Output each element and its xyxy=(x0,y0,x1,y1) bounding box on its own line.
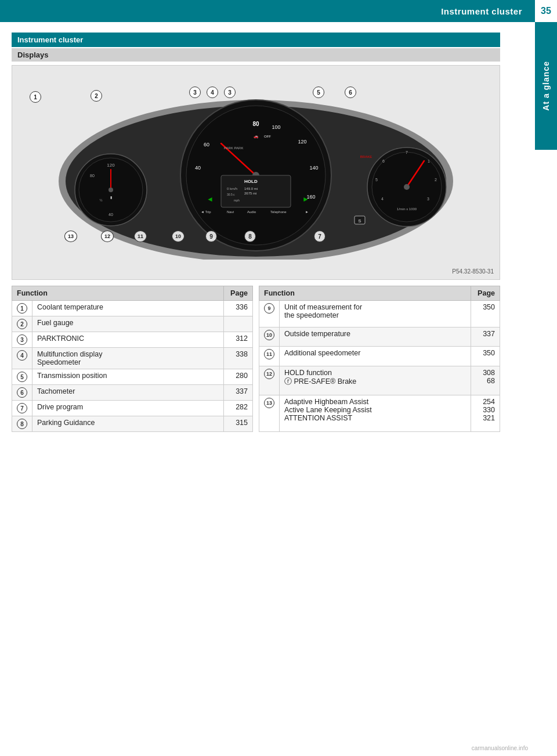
table-row: 4Multifunction displaySpeedometer338 xyxy=(12,348,253,369)
svg-text:2675 mi: 2675 mi xyxy=(244,192,256,195)
svg-text:½: ½ xyxy=(99,199,102,202)
svg-text:40: 40 xyxy=(108,213,113,217)
row-page: 337 xyxy=(224,385,253,401)
table-row: 8Parking Guidance315 xyxy=(12,416,253,432)
table-row: 13Adaptive Highbeam AssistActive Lane Ke… xyxy=(259,395,500,431)
row-page: 337 xyxy=(471,327,500,347)
svg-text:1: 1 xyxy=(428,159,430,163)
watermark: carmanualsonline.info xyxy=(472,745,528,751)
svg-text:Audio: Audio xyxy=(247,210,256,214)
svg-text:30.5 c: 30.5 c xyxy=(227,193,235,196)
row-function: Coolant temperature xyxy=(32,301,224,316)
svg-text:◄: ◄ xyxy=(207,195,214,203)
svg-text:140: 140 xyxy=(309,165,318,171)
svg-text:80: 80 xyxy=(90,174,95,178)
row-function: PARKTRONIC xyxy=(32,332,224,348)
side-tab: At a glance xyxy=(535,22,557,150)
svg-text:4: 4 xyxy=(381,197,384,201)
table-row: 6Tachometer337 xyxy=(12,385,253,401)
svg-text:7: 7 xyxy=(406,150,408,154)
row-page: 282 xyxy=(224,401,253,416)
svg-text:3: 3 xyxy=(427,197,429,201)
callout-12: 12 xyxy=(101,231,114,242)
table-row: 7Drive program282 xyxy=(12,401,253,416)
svg-text:HOLD: HOLD xyxy=(244,179,258,184)
row-function: HOLD functionⓡ PRE-SAFE® Brake xyxy=(280,366,471,395)
side-tab-label: At a glance xyxy=(541,61,551,111)
right-table-page-header: Page xyxy=(471,286,500,301)
row-number: 10 xyxy=(259,327,280,347)
callout-8: 8 xyxy=(244,231,256,242)
table-row: 9Unit of measurement forthe speedometer3… xyxy=(259,301,500,327)
svg-text:OFF: OFF xyxy=(264,135,271,138)
row-function: Transmission position xyxy=(32,369,224,385)
main-content: Instrument cluster Displays 120 80 40 ½ xyxy=(0,22,535,444)
row-function: Parking Guidance xyxy=(32,416,224,432)
table-row: 3PARKTRONIC312 xyxy=(12,332,253,348)
row-page: 280 xyxy=(224,369,253,385)
svg-text:2: 2 xyxy=(435,178,437,182)
svg-text:5: 5 xyxy=(375,178,378,182)
top-header-bar: Instrument cluster 35 xyxy=(0,0,557,22)
table-row: 12HOLD functionⓡ PRE-SAFE® Brake30868 xyxy=(259,366,500,395)
svg-text:PARK PARK: PARK PARK xyxy=(224,146,243,150)
svg-text:6: 6 xyxy=(382,159,385,163)
svg-text:▮: ▮ xyxy=(110,196,112,199)
row-page: 350 xyxy=(471,301,500,327)
svg-text:Telephone: Telephone xyxy=(270,210,287,214)
svg-text:120: 120 xyxy=(107,163,115,168)
svg-point-9 xyxy=(108,188,113,192)
svg-text:Navi: Navi xyxy=(227,210,234,214)
svg-point-52 xyxy=(404,184,410,190)
row-number: 6 xyxy=(12,385,32,401)
svg-text:🚗: 🚗 xyxy=(254,134,259,139)
svg-text:120: 120 xyxy=(298,139,306,145)
svg-text:►: ► xyxy=(305,210,309,214)
row-page: 338 xyxy=(224,348,253,369)
row-page: 30868 xyxy=(471,366,500,395)
row-number: 11 xyxy=(259,347,280,366)
svg-text:BRAKE: BRAKE xyxy=(360,155,372,159)
callout-11: 11 xyxy=(134,231,147,242)
svg-text:149.0 mi: 149.0 mi xyxy=(244,187,258,190)
subsection-header: Displays xyxy=(12,48,500,62)
row-function: Tachometer xyxy=(32,385,224,401)
row-page: 254330321 xyxy=(471,395,500,431)
row-number: 3 xyxy=(12,332,32,348)
row-page: 315 xyxy=(224,416,253,432)
diagram-container: 120 80 40 ½ ▮ 40 60 80 100 120 140 xyxy=(12,65,500,280)
row-number: 2 xyxy=(12,316,32,332)
svg-text:80: 80 xyxy=(252,121,259,127)
row-function: Additional speedometer xyxy=(280,347,471,366)
row-number: 1 xyxy=(12,301,32,316)
right-table-function-header: Function xyxy=(259,286,471,301)
svg-text:100: 100 xyxy=(272,124,280,130)
callout-10: 10 xyxy=(172,231,185,242)
row-number: 13 xyxy=(259,395,280,431)
row-function: Unit of measurement forthe speedometer xyxy=(280,301,471,327)
callout-7: 7 xyxy=(314,231,325,242)
row-page: 350 xyxy=(471,347,500,366)
row-page: 312 xyxy=(224,332,253,348)
right-function-table: Function Page 9Unit of measurement forth… xyxy=(259,286,500,432)
callout-5: 5 xyxy=(313,87,324,98)
svg-text:40: 40 xyxy=(195,165,201,171)
row-function: Adaptive Highbeam AssistActive Lane Keep… xyxy=(280,395,471,431)
tables-row: Function Page 1Coolant temperature3362Fu… xyxy=(12,286,500,432)
row-number: 5 xyxy=(12,369,32,385)
table-row: 10Outside temperature337 xyxy=(259,327,500,347)
table-row: 2Fuel gauge xyxy=(12,316,253,332)
page-number: 35 xyxy=(535,0,557,22)
left-table-function-header: Function xyxy=(12,286,224,301)
row-page: 336 xyxy=(224,301,253,316)
svg-text:S: S xyxy=(358,218,361,224)
row-function: Outside temperature xyxy=(280,327,471,347)
header-title: Instrument cluster xyxy=(441,6,522,16)
svg-text:1/min x 1000: 1/min x 1000 xyxy=(397,207,417,211)
row-number: 7 xyxy=(12,401,32,416)
svg-text:mph: mph xyxy=(234,199,240,202)
callout-4: 4 xyxy=(207,87,218,98)
callout-3a: 3 xyxy=(189,87,201,98)
row-number: 8 xyxy=(12,416,32,432)
diagram-image-area: 120 80 40 ½ ▮ 40 60 80 100 120 140 xyxy=(18,74,494,271)
